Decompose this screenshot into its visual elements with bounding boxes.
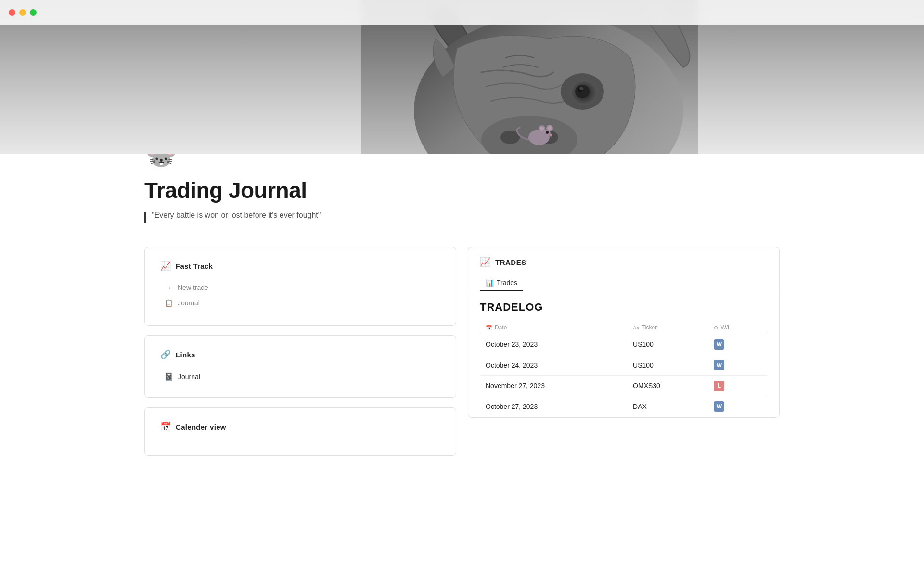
right-column: 📈 TRADES 📊 Trades TRADELOG	[468, 247, 780, 456]
svg-point-4	[575, 85, 590, 98]
trade-table: 📅 Date Aa Ticker	[480, 321, 768, 417]
journal-label-fast-track: Journal	[178, 299, 200, 307]
table-row[interactable]: October 27, 2023DAXW	[480, 396, 768, 417]
calendar-icon: 📅	[160, 421, 171, 432]
wl-col-icon: ⊙	[714, 325, 718, 331]
tradelog-title: TRADELOG	[480, 301, 768, 314]
journal-link-item[interactable]: 📓 Journal	[160, 369, 440, 384]
columns-layout: 📈 Fast Track → New trade 📋 Journal 🔗 Lin…	[144, 247, 780, 485]
svg-point-15	[548, 126, 552, 130]
wl-badge: W	[714, 401, 724, 412]
links-card: 🔗 Links 📓 Journal	[144, 335, 456, 398]
fast-track-title: Fast Track	[176, 262, 213, 270]
wl-badge: W	[714, 360, 724, 370]
new-trade-item[interactable]: → New trade	[160, 281, 440, 294]
arrow-icon: →	[164, 284, 173, 291]
trades-tab-label: Trades	[497, 279, 517, 287]
tab-icon: 📊	[486, 279, 494, 287]
calendar-header: 📅 Calender view	[160, 421, 440, 432]
date-col-label: Date	[495, 324, 507, 331]
trades-card: 📈 TRADES 📊 Trades TRADELOG	[468, 247, 780, 418]
trade-wl: W	[708, 355, 768, 376]
trade-date: October 24, 2023	[480, 355, 627, 376]
trade-wl: L	[708, 376, 768, 396]
new-trade-label: New trade	[178, 284, 208, 291]
wl-badge: W	[714, 339, 724, 350]
maximize-button[interactable]	[30, 9, 37, 16]
trade-ticker: OMXS30	[627, 376, 708, 396]
ticker-col-label: Ticker	[642, 324, 657, 331]
trade-ticker: DAX	[627, 396, 708, 417]
trade-date: November 27, 2023	[480, 376, 627, 396]
trade-ticker: US100	[627, 334, 708, 355]
journal-notebook-icon: 📓	[164, 372, 173, 381]
trade-date: October 23, 2023	[480, 334, 627, 355]
trades-tab[interactable]: 📊 Trades	[480, 275, 523, 291]
fast-track-header: 📈 Fast Track	[160, 261, 440, 271]
trade-wl: W	[708, 396, 768, 417]
trade-date: October 27, 2023	[480, 396, 627, 417]
fast-track-icon: 📈	[160, 261, 171, 271]
close-button[interactable]	[9, 9, 15, 16]
trade-wl: W	[708, 334, 768, 355]
left-column: 📈 Fast Track → New trade 📋 Journal 🔗 Lin…	[144, 247, 456, 456]
th-ticker: Aa Ticker	[627, 321, 708, 334]
table-row[interactable]: October 24, 2023US100W	[480, 355, 768, 376]
page-title: Trading Journal	[144, 177, 780, 203]
journal-icon-fast-track: 📋	[164, 299, 173, 307]
trades-card-title: TRADES	[495, 258, 526, 266]
quote-bar	[144, 212, 146, 223]
svg-point-14	[540, 127, 544, 131]
th-wl: ⊙ W/L	[708, 321, 768, 334]
trades-card-header: 📈 TRADES	[468, 247, 779, 275]
trade-ticker: US100	[627, 355, 708, 376]
link-icon: 🔗	[160, 349, 171, 360]
page-quote: "Every battle is won or lost before it's…	[144, 211, 780, 223]
links-header: 🔗 Links	[160, 349, 440, 360]
table-row[interactable]: November 27, 2023OMXS30L	[480, 376, 768, 396]
svg-point-6	[579, 87, 583, 90]
fast-track-card: 📈 Fast Track → New trade 📋 Journal	[144, 247, 456, 326]
wl-badge: L	[714, 381, 724, 391]
tradelog-section: TRADELOG 📅 Date	[468, 291, 779, 417]
minimize-button[interactable]	[19, 9, 26, 16]
trades-tabs: 📊 Trades	[468, 275, 779, 291]
table-header-row: 📅 Date Aa Ticker	[480, 321, 768, 334]
svg-point-18	[550, 134, 552, 137]
calendar-card: 📅 Calender view	[144, 407, 456, 456]
svg-point-17	[547, 132, 548, 133]
page-content: 🐭 Trading Journal "Every battle is won o…	[125, 140, 799, 485]
window-chrome	[0, 0, 924, 25]
wl-col-label: W/L	[720, 324, 731, 331]
journal-item-fast-track[interactable]: 📋 Journal	[160, 296, 440, 310]
links-title: Links	[176, 351, 195, 359]
ticker-col-icon: Aa	[633, 325, 639, 330]
journal-link-label: Journal	[178, 373, 200, 381]
table-row[interactable]: October 23, 2023US100W	[480, 334, 768, 355]
quote-text: "Every battle is won or lost before it's…	[152, 211, 321, 220]
calendar-title: Calender view	[176, 423, 226, 431]
trades-header-icon: 📈	[480, 257, 490, 267]
th-date: 📅 Date	[480, 321, 627, 334]
date-col-icon: 📅	[486, 325, 492, 331]
